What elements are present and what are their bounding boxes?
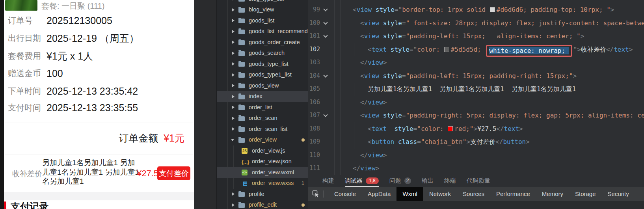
file-tree-item-goods_search[interactable]: goods_search [217, 48, 308, 59]
chevron-right-icon[interactable] [232, 52, 235, 55]
devtool-tab-Network[interactable]: Network [423, 187, 457, 201]
code-line-107[interactable]: 107<view style="padding-right: 5rpx; dis… [308, 109, 644, 122]
file-tree-item-goods_type1_list[interactable]: goods_type1_list [217, 69, 308, 80]
code-text: <view style=" font-size: 28rpx; display:… [360, 17, 644, 30]
folder-icon [238, 191, 245, 198]
chevron-right-icon[interactable] [232, 203, 235, 207]
file-tree-item-goods_type_list[interactable]: goods_type_list [217, 59, 308, 70]
folder-icon [238, 39, 245, 46]
fold-chevron-icon[interactable] [323, 20, 328, 24]
file-name: profile_edit [249, 200, 277, 209]
code-line-110[interactable]: 110</view> [308, 149, 644, 162]
code-line-111[interactable]: 111</view> [308, 162, 644, 175]
file-tree-item-order_view.json[interactable]: {…}order_view.json [217, 156, 308, 167]
file-tree-item-goods_order_create[interactable]: goods_order_create [217, 37, 308, 48]
chevron-right-icon[interactable] [232, 19, 235, 22]
code-line-108[interactable]: 108<text style="color: red;">¥27.5</text… [308, 122, 644, 136]
file-tree-item-order_view.wxss[interactable]: order_view.wxss1 [217, 178, 308, 189]
code-line-102[interactable]: 102<text style="color: #5d5d5d; white-sp… [308, 43, 644, 56]
panel-tab-label: 终端 [444, 177, 456, 185]
adjust-description-line: 名另加儿童1 [42, 177, 139, 186]
devtool-tab-Sources[interactable]: Sources [457, 187, 490, 201]
chevron-down-icon[interactable] [231, 139, 234, 141]
pay-difference-button[interactable]: 支付差价 [157, 166, 190, 180]
chevron-right-icon[interactable] [232, 73, 235, 77]
file-tree-item-order_view[interactable]: order_view [217, 134, 308, 146]
fold-chevron-icon[interactable] [323, 113, 328, 117]
devtool-tab-Performance[interactable]: Performance [490, 187, 536, 201]
color-swatch [444, 47, 449, 52]
devtool-tab-Security[interactable]: Security [602, 187, 635, 201]
order-detail-row: 出行日期2025-12-19 （周五） [0, 32, 194, 44]
code-line-103[interactable]: 103</view> [308, 56, 644, 69]
color-swatch [448, 126, 453, 131]
tab-count-badge: 1,8 [366, 177, 379, 184]
chevron-right-icon[interactable] [232, 95, 235, 98]
code-line-100[interactable]: 100<view style=" font-size: 28rpx; displ… [308, 17, 644, 30]
file-tree-item-order_view.wxml[interactable]: <>order_view.wxml [217, 167, 308, 178]
panel-tab-终端[interactable]: 终端 [444, 175, 456, 187]
package-title: 套餐: 一日聚 (111) [41, 1, 104, 11]
devtool-tab-Wxml[interactable]: Wxml [396, 187, 423, 201]
file-name: goods_type1_list [249, 69, 292, 80]
devtool-tab-Console[interactable]: Console [328, 187, 362, 201]
chevron-right-icon[interactable] [232, 106, 235, 109]
chevron-right-icon[interactable] [232, 84, 235, 87]
chevron-right-icon[interactable] [232, 192, 235, 196]
line-number: 99 [308, 3, 320, 17]
file-tree-item-order_scan_list[interactable]: order_scan_list [217, 124, 308, 135]
chevron-right-icon[interactable] [232, 0, 235, 0]
file-tree-item-index[interactable]: index [217, 91, 308, 102]
code-line-105[interactable]: 105另加儿童1名另加儿童1 另加儿童1名另加儿童1 另加儿童1名另加儿童1 [308, 82, 644, 96]
file-tree-item-goods_view[interactable]: goods_view [217, 80, 308, 91]
chevron-right-icon[interactable] [232, 8, 235, 11]
panel-tab-问题[interactable]: 问题2 [389, 175, 411, 187]
divider [5, 155, 193, 155]
file-tree-item-order_scan[interactable]: order_scan [217, 113, 308, 124]
order-detail-row: 下单时间2025-12-13 23:35:42 [0, 85, 194, 97]
devtool-tab-AppData[interactable]: AppData [362, 187, 396, 201]
file-tree-item-order_list[interactable]: order_list [217, 102, 308, 113]
detail-label: 订单号 [8, 15, 33, 26]
code-editor[interactable]: 99<view style="border-top: 1rpx solid #d… [308, 0, 644, 175]
file-tree-item-blog_type_list[interactable]: blog_type_list [217, 0, 308, 4]
chevron-right-icon[interactable] [232, 30, 235, 33]
file-tree-item-profile_edit[interactable]: profile_edit [217, 200, 308, 209]
file-tree-item-blog_view[interactable]: blog_view [217, 4, 308, 15]
detail-label: 出行日期 [8, 32, 41, 44]
chevron-right-icon[interactable] [232, 117, 235, 120]
fold-chevron-icon[interactable] [323, 34, 328, 38]
fold-chevron-icon[interactable] [323, 73, 328, 77]
file-tree-item-order_view.js[interactable]: JSorder_view.js [217, 146, 308, 157]
inspect-element-icon[interactable] [308, 190, 323, 198]
detail-value: 202512130005 [47, 15, 112, 26]
file-name: goods_order_create [249, 37, 300, 48]
panel-tab-输出[interactable]: 输出 [422, 175, 434, 187]
code-line-99[interactable]: 99<view style="border-top: 1rpx solid #d… [308, 3, 644, 17]
file-tree-item-goods_list[interactable]: goods_list [217, 15, 308, 26]
panel-tab-代码质量[interactable]: 代码质量 [467, 175, 490, 187]
file-tree-item-profile[interactable]: profile [217, 189, 308, 200]
code-line-109[interactable]: 109<button class="chajia_btn">支付差价</butt… [308, 135, 644, 149]
file-name: blog_view [249, 4, 274, 15]
panel-tab-调试器[interactable]: 调试器1,8 [345, 175, 379, 187]
line-number: 104 [308, 69, 320, 83]
fold-chevron-icon[interactable] [323, 7, 328, 11]
panel-tab-label: 代码质量 [467, 177, 490, 185]
line-number: 100 [308, 17, 320, 30]
devtools-tabs: ConsoleAppDataWxmlNetworkSourcesPerforma… [328, 187, 635, 201]
chevron-right-icon[interactable] [232, 62, 235, 65]
panel-tab-构建[interactable]: 构建 [322, 175, 334, 187]
code-text: </view> [353, 162, 379, 175]
detail-value: ¥1元 x 1人 [47, 50, 93, 62]
code-line-106[interactable]: 106</view> [308, 96, 644, 109]
chevron-right-icon[interactable] [232, 127, 235, 131]
file-tree-item-goods_list_recommend[interactable]: goods_list_recommend [217, 26, 308, 37]
devtool-tab-Storage[interactable]: Storage [569, 187, 602, 201]
devtool-tab-Memory[interactable]: Memory [536, 187, 569, 201]
folder-open-icon [238, 137, 245, 144]
chevron-right-icon[interactable] [232, 41, 235, 44]
code-line-101[interactable]: 101<view style="padding-left: 15rpx; ali… [308, 30, 644, 43]
code-line-104[interactable]: 104<view style="padding-left: 15rpx; pad… [308, 69, 644, 83]
panel-tab-label: 问题 [389, 177, 401, 185]
